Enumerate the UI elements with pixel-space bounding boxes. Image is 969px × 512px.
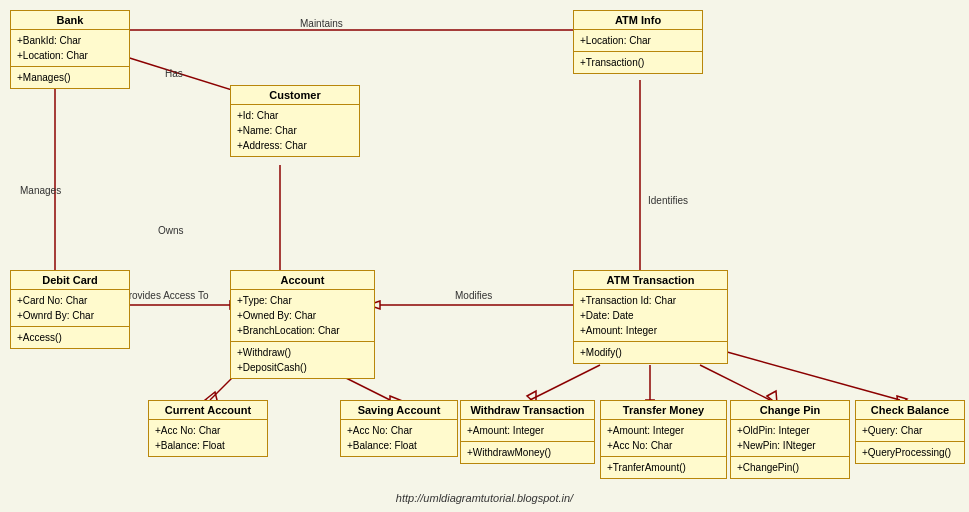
account-attr-1: +Type: Char <box>237 293 368 308</box>
class-withdraw-transaction: Withdraw Transaction +Amount: Integer +W… <box>460 400 595 464</box>
wt-method-1: +WithdrawMoney() <box>467 445 588 460</box>
class-check-balance-title: Check Balance <box>856 401 964 420</box>
class-bank-body: +BankId: Char +Location: Char <box>11 30 129 66</box>
sa-attr-1: +Acc No: Char <box>347 423 451 438</box>
class-atm-info-title: ATM Info <box>574 11 702 30</box>
class-transfer-money-body: +Amount: Integer +Acc No: Char <box>601 420 726 456</box>
label-maintains: Maintains <box>300 18 343 29</box>
class-current-account: Current Account +Acc No: Char +Balance: … <box>148 400 268 457</box>
class-account-title: Account <box>231 271 374 290</box>
bank-attr-2: +Location: Char <box>17 48 123 63</box>
class-atm-transaction-body: +Transaction Id: Char +Date: Date +Amoun… <box>574 290 727 341</box>
class-transfer-money: Transfer Money +Amount: Integer +Acc No:… <box>600 400 727 479</box>
sa-attr-2: +Balance: Float <box>347 438 451 453</box>
class-account-body: +Type: Char +Owned By: Char +BranchLocat… <box>231 290 374 341</box>
label-manages: Manages <box>20 185 61 196</box>
tm-attr-2: +Acc No: Char <box>607 438 720 453</box>
label-owns: Owns <box>158 225 184 236</box>
class-saving-account-title: Saving Account <box>341 401 457 420</box>
customer-attr-3: +Address: Char <box>237 138 353 153</box>
class-atm-transaction: ATM Transaction +Transaction Id: Char +D… <box>573 270 728 364</box>
class-change-pin-methods: +ChangePin() <box>731 456 849 478</box>
cp-method-1: +ChangePin() <box>737 460 843 475</box>
class-account: Account +Type: Char +Owned By: Char +Bra… <box>230 270 375 379</box>
footer-link: http://umldiagramtutorial.blogspot.in/ <box>396 492 573 504</box>
cp-attr-2: +NewPin: INteger <box>737 438 843 453</box>
ca-attr-2: +Balance: Float <box>155 438 261 453</box>
account-attr-2: +Owned By: Char <box>237 308 368 323</box>
svg-line-14 <box>530 365 600 400</box>
tm-attr-1: +Amount: Integer <box>607 423 720 438</box>
atm-info-attr-1: +Location: Char <box>580 33 696 48</box>
atm-info-method-1: +Transaction() <box>580 55 696 70</box>
label-provides-access-to: Provides Access To <box>122 290 209 301</box>
class-check-balance-body: +Query: Char <box>856 420 964 441</box>
atm-tx-attr-1: +Transaction Id: Char <box>580 293 721 308</box>
class-current-account-body: +Acc No: Char +Balance: Float <box>149 420 267 456</box>
cp-attr-1: +OldPin: Integer <box>737 423 843 438</box>
class-debit-card: Debit Card +Card No: Char +Ownrd By: Cha… <box>10 270 130 349</box>
account-method-2: +DepositCash() <box>237 360 368 375</box>
class-bank-methods: +Manages() <box>11 66 129 88</box>
class-saving-account-body: +Acc No: Char +Balance: Float <box>341 420 457 456</box>
tm-method-1: +TranferAmount() <box>607 460 720 475</box>
class-debit-card-title: Debit Card <box>11 271 129 290</box>
class-debit-card-methods: +Access() <box>11 326 129 348</box>
class-bank: Bank +BankId: Char +Location: Char +Mana… <box>10 10 130 89</box>
customer-attr-2: +Name: Char <box>237 123 353 138</box>
class-withdraw-transaction-methods: +WithdrawMoney() <box>461 441 594 463</box>
svg-line-18 <box>700 365 770 400</box>
label-identifies: Identifies <box>648 195 688 206</box>
class-customer-body: +Id: Char +Name: Char +Address: Char <box>231 105 359 156</box>
class-check-balance: Check Balance +Query: Char +QueryProcess… <box>855 400 965 464</box>
label-modifies: Modifies <box>455 290 492 301</box>
class-customer-title: Customer <box>231 86 359 105</box>
class-saving-account: Saving Account +Acc No: Char +Balance: F… <box>340 400 458 457</box>
class-account-methods: +Withdraw() +DepositCash() <box>231 341 374 378</box>
account-attr-3: +BranchLocation: Char <box>237 323 368 338</box>
class-atm-transaction-title: ATM Transaction <box>574 271 727 290</box>
class-bank-title: Bank <box>11 11 129 30</box>
ca-attr-1: +Acc No: Char <box>155 423 261 438</box>
debit-card-attr-2: +Ownrd By: Char <box>17 308 123 323</box>
cb-method-1: +QueryProcessing() <box>862 445 958 460</box>
class-debit-card-body: +Card No: Char +Ownrd By: Char <box>11 290 129 326</box>
class-change-pin: Change Pin +OldPin: Integer +NewPin: INt… <box>730 400 850 479</box>
debit-card-method-1: +Access() <box>17 330 123 345</box>
class-atm-transaction-methods: +Modify() <box>574 341 727 363</box>
class-change-pin-body: +OldPin: Integer +NewPin: INteger <box>731 420 849 456</box>
class-atm-info: ATM Info +Location: Char +Transaction() <box>573 10 703 74</box>
class-withdraw-transaction-body: +Amount: Integer <box>461 420 594 441</box>
atm-tx-attr-3: +Amount: Integer <box>580 323 721 338</box>
class-current-account-title: Current Account <box>149 401 267 420</box>
svg-line-20 <box>720 350 900 400</box>
bank-method-1: +Manages() <box>17 70 123 85</box>
bank-attr-1: +BankId: Char <box>17 33 123 48</box>
class-transfer-money-methods: +TranferAmount() <box>601 456 726 478</box>
class-withdraw-transaction-title: Withdraw Transaction <box>461 401 594 420</box>
label-has: Has <box>165 68 183 79</box>
atm-tx-attr-2: +Date: Date <box>580 308 721 323</box>
diagram-container: Maintains Has Manages Owns Provides Acce… <box>0 0 969 512</box>
class-transfer-money-title: Transfer Money <box>601 401 726 420</box>
class-check-balance-methods: +QueryProcessing() <box>856 441 964 463</box>
class-atm-info-body: +Location: Char <box>574 30 702 51</box>
class-atm-info-methods: +Transaction() <box>574 51 702 73</box>
account-method-1: +Withdraw() <box>237 345 368 360</box>
atm-tx-method-1: +Modify() <box>580 345 721 360</box>
class-customer: Customer +Id: Char +Name: Char +Address:… <box>230 85 360 157</box>
class-change-pin-title: Change Pin <box>731 401 849 420</box>
cb-attr-1: +Query: Char <box>862 423 958 438</box>
debit-card-attr-1: +Card No: Char <box>17 293 123 308</box>
customer-attr-1: +Id: Char <box>237 108 353 123</box>
wt-attr-1: +Amount: Integer <box>467 423 588 438</box>
